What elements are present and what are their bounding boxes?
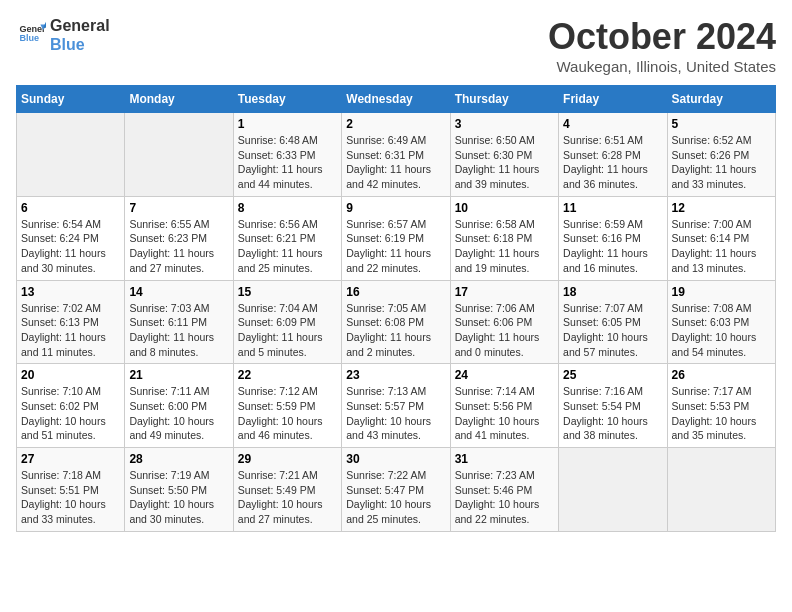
daylight-label: Daylight: 10 hours and 49 minutes. <box>129 415 214 442</box>
daylight-label: Daylight: 10 hours and 57 minutes. <box>563 331 648 358</box>
calendar-cell: 22 Sunrise: 7:12 AM Sunset: 5:59 PM Dayl… <box>233 364 341 448</box>
svg-text:Blue: Blue <box>19 34 39 44</box>
calendar-cell: 13 Sunrise: 7:02 AM Sunset: 6:13 PM Dayl… <box>17 280 125 364</box>
calendar-body: 1 Sunrise: 6:48 AM Sunset: 6:33 PM Dayli… <box>17 113 776 532</box>
daylight-label: Daylight: 11 hours and 33 minutes. <box>672 163 757 190</box>
sunset-label: Sunset: 6:31 PM <box>346 149 424 161</box>
daylight-label: Daylight: 11 hours and 27 minutes. <box>129 247 214 274</box>
daylight-label: Daylight: 10 hours and 54 minutes. <box>672 331 757 358</box>
calendar-cell <box>17 113 125 197</box>
sunrise-label: Sunrise: 7:07 AM <box>563 302 643 314</box>
sunset-label: Sunset: 6:00 PM <box>129 400 207 412</box>
calendar-header-row: SundayMondayTuesdayWednesdayThursdayFrid… <box>17 86 776 113</box>
sunrise-label: Sunrise: 6:48 AM <box>238 134 318 146</box>
sunset-label: Sunset: 5:59 PM <box>238 400 316 412</box>
calendar-week-0: 1 Sunrise: 6:48 AM Sunset: 6:33 PM Dayli… <box>17 113 776 197</box>
day-info: Sunrise: 7:23 AM Sunset: 5:46 PM Dayligh… <box>455 468 554 527</box>
sunset-label: Sunset: 6:26 PM <box>672 149 750 161</box>
day-info: Sunrise: 7:06 AM Sunset: 6:06 PM Dayligh… <box>455 301 554 360</box>
sunset-label: Sunset: 5:49 PM <box>238 484 316 496</box>
sunrise-label: Sunrise: 7:08 AM <box>672 302 752 314</box>
daylight-label: Daylight: 11 hours and 19 minutes. <box>455 247 540 274</box>
day-info: Sunrise: 6:54 AM Sunset: 6:24 PM Dayligh… <box>21 217 120 276</box>
daylight-label: Daylight: 10 hours and 35 minutes. <box>672 415 757 442</box>
sunset-label: Sunset: 6:06 PM <box>455 316 533 328</box>
calendar-cell <box>125 113 233 197</box>
sunset-label: Sunset: 6:03 PM <box>672 316 750 328</box>
sunrise-label: Sunrise: 6:56 AM <box>238 218 318 230</box>
day-info: Sunrise: 6:58 AM Sunset: 6:18 PM Dayligh… <box>455 217 554 276</box>
calendar-cell: 5 Sunrise: 6:52 AM Sunset: 6:26 PM Dayli… <box>667 113 775 197</box>
calendar-week-3: 20 Sunrise: 7:10 AM Sunset: 6:02 PM Dayl… <box>17 364 776 448</box>
day-info: Sunrise: 7:21 AM Sunset: 5:49 PM Dayligh… <box>238 468 337 527</box>
sunrise-label: Sunrise: 6:57 AM <box>346 218 426 230</box>
calendar-cell: 27 Sunrise: 7:18 AM Sunset: 5:51 PM Dayl… <box>17 448 125 532</box>
daylight-label: Daylight: 10 hours and 30 minutes. <box>129 498 214 525</box>
sunset-label: Sunset: 5:53 PM <box>672 400 750 412</box>
sunset-label: Sunset: 5:51 PM <box>21 484 99 496</box>
calendar-cell: 20 Sunrise: 7:10 AM Sunset: 6:02 PM Dayl… <box>17 364 125 448</box>
calendar-cell: 29 Sunrise: 7:21 AM Sunset: 5:49 PM Dayl… <box>233 448 341 532</box>
day-number: 12 <box>672 201 771 215</box>
sunrise-label: Sunrise: 6:50 AM <box>455 134 535 146</box>
day-number: 9 <box>346 201 445 215</box>
day-number: 1 <box>238 117 337 131</box>
day-number: 7 <box>129 201 228 215</box>
day-number: 15 <box>238 285 337 299</box>
sunrise-label: Sunrise: 7:17 AM <box>672 385 752 397</box>
day-number: 16 <box>346 285 445 299</box>
sunrise-label: Sunrise: 6:49 AM <box>346 134 426 146</box>
calendar-table: SundayMondayTuesdayWednesdayThursdayFrid… <box>16 85 776 532</box>
daylight-label: Daylight: 11 hours and 5 minutes. <box>238 331 323 358</box>
calendar-cell: 18 Sunrise: 7:07 AM Sunset: 6:05 PM Dayl… <box>559 280 667 364</box>
day-header-tuesday: Tuesday <box>233 86 341 113</box>
calendar-cell: 8 Sunrise: 6:56 AM Sunset: 6:21 PM Dayli… <box>233 196 341 280</box>
daylight-label: Daylight: 10 hours and 41 minutes. <box>455 415 540 442</box>
day-info: Sunrise: 7:07 AM Sunset: 6:05 PM Dayligh… <box>563 301 662 360</box>
day-number: 14 <box>129 285 228 299</box>
calendar-cell: 25 Sunrise: 7:16 AM Sunset: 5:54 PM Dayl… <box>559 364 667 448</box>
day-info: Sunrise: 7:22 AM Sunset: 5:47 PM Dayligh… <box>346 468 445 527</box>
sunset-label: Sunset: 6:23 PM <box>129 232 207 244</box>
calendar-cell: 3 Sunrise: 6:50 AM Sunset: 6:30 PM Dayli… <box>450 113 558 197</box>
sunrise-label: Sunrise: 7:11 AM <box>129 385 209 397</box>
day-info: Sunrise: 7:14 AM Sunset: 5:56 PM Dayligh… <box>455 384 554 443</box>
sunset-label: Sunset: 6:24 PM <box>21 232 99 244</box>
day-number: 30 <box>346 452 445 466</box>
location-subtitle: Waukegan, Illinois, United States <box>548 58 776 75</box>
day-info: Sunrise: 7:19 AM Sunset: 5:50 PM Dayligh… <box>129 468 228 527</box>
logo-general: General <box>50 16 110 35</box>
day-number: 10 <box>455 201 554 215</box>
sunrise-label: Sunrise: 7:21 AM <box>238 469 318 481</box>
day-info: Sunrise: 7:04 AM Sunset: 6:09 PM Dayligh… <box>238 301 337 360</box>
daylight-label: Daylight: 11 hours and 13 minutes. <box>672 247 757 274</box>
day-info: Sunrise: 6:49 AM Sunset: 6:31 PM Dayligh… <box>346 133 445 192</box>
day-info: Sunrise: 7:11 AM Sunset: 6:00 PM Dayligh… <box>129 384 228 443</box>
calendar-week-2: 13 Sunrise: 7:02 AM Sunset: 6:13 PM Dayl… <box>17 280 776 364</box>
day-number: 25 <box>563 368 662 382</box>
day-number: 21 <box>129 368 228 382</box>
sunset-label: Sunset: 6:09 PM <box>238 316 316 328</box>
daylight-label: Daylight: 11 hours and 2 minutes. <box>346 331 431 358</box>
day-info: Sunrise: 6:59 AM Sunset: 6:16 PM Dayligh… <box>563 217 662 276</box>
day-info: Sunrise: 7:12 AM Sunset: 5:59 PM Dayligh… <box>238 384 337 443</box>
sunset-label: Sunset: 6:02 PM <box>21 400 99 412</box>
day-number: 2 <box>346 117 445 131</box>
calendar-cell: 15 Sunrise: 7:04 AM Sunset: 6:09 PM Dayl… <box>233 280 341 364</box>
day-info: Sunrise: 6:52 AM Sunset: 6:26 PM Dayligh… <box>672 133 771 192</box>
day-info: Sunrise: 7:02 AM Sunset: 6:13 PM Dayligh… <box>21 301 120 360</box>
sunrise-label: Sunrise: 6:55 AM <box>129 218 209 230</box>
day-number: 24 <box>455 368 554 382</box>
calendar-cell: 19 Sunrise: 7:08 AM Sunset: 6:03 PM Dayl… <box>667 280 775 364</box>
calendar-cell: 17 Sunrise: 7:06 AM Sunset: 6:06 PM Dayl… <box>450 280 558 364</box>
calendar-week-1: 6 Sunrise: 6:54 AM Sunset: 6:24 PM Dayli… <box>17 196 776 280</box>
sunrise-label: Sunrise: 7:22 AM <box>346 469 426 481</box>
logo-icon: General Blue <box>18 19 46 47</box>
calendar-cell: 7 Sunrise: 6:55 AM Sunset: 6:23 PM Dayli… <box>125 196 233 280</box>
sunset-label: Sunset: 6:18 PM <box>455 232 533 244</box>
daylight-label: Daylight: 11 hours and 25 minutes. <box>238 247 323 274</box>
day-info: Sunrise: 6:50 AM Sunset: 6:30 PM Dayligh… <box>455 133 554 192</box>
day-info: Sunrise: 7:16 AM Sunset: 5:54 PM Dayligh… <box>563 384 662 443</box>
sunrise-label: Sunrise: 6:51 AM <box>563 134 643 146</box>
calendar-cell: 14 Sunrise: 7:03 AM Sunset: 6:11 PM Dayl… <box>125 280 233 364</box>
